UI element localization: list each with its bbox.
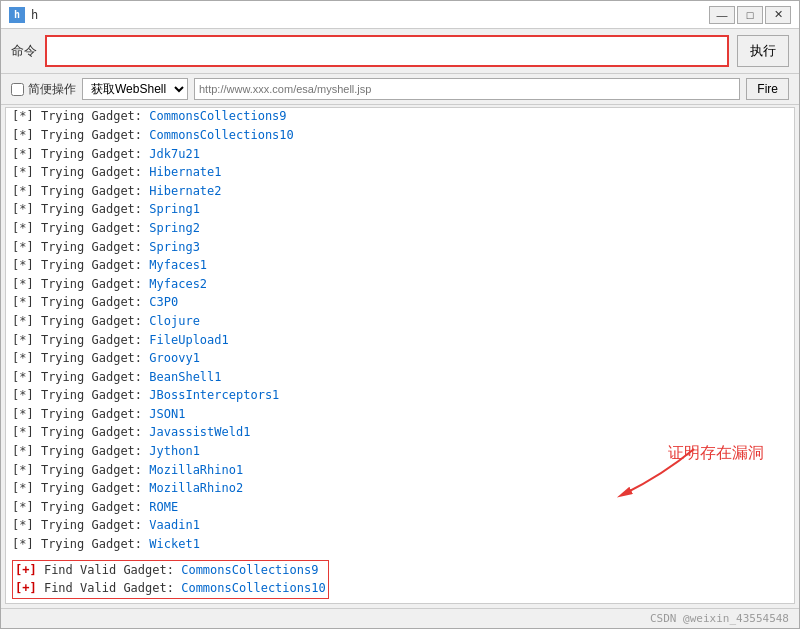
log-line: [*] Trying Gadget: ROME — [12, 498, 788, 517]
success-line: [+] Find Valid Gadget: CommonsCollection… — [15, 579, 326, 598]
log-line: [*] Trying Gadget: FileUpload1 — [12, 331, 788, 350]
log-line: [*] Trying Gadget: Spring2 — [12, 219, 788, 238]
log-line: [*] Trying Gadget: CommonsCollections10 — [12, 126, 788, 145]
log-line: [*] Trying Gadget: Clojure — [12, 312, 788, 331]
log-line: [*] Trying Gadget: Vaadin1 — [12, 516, 788, 535]
webshell-select[interactable]: 获取WebShell — [82, 78, 188, 100]
log-line: [*] Trying Gadget: Wicket1 — [12, 535, 788, 554]
close-button[interactable]: ✕ — [765, 6, 791, 24]
output-content: [*] Trying Gadget: CommonsCollections5[*… — [6, 107, 794, 603]
command-label: 命令 — [11, 42, 37, 60]
command-bar: 命令 执行 — [1, 29, 799, 74]
log-line: [*] Trying Gadget: MozillaRhino1 — [12, 461, 788, 480]
url-input[interactable] — [194, 78, 740, 100]
log-line: [*] Trying Gadget: JSON1 — [12, 405, 788, 424]
status-bar: CSDN @weixin_43554548 — [1, 608, 799, 628]
status-text: CSDN @weixin_43554548 — [650, 612, 789, 625]
log-line: [*] Trying Gadget: Jdk7u21 — [12, 145, 788, 164]
fire-button[interactable]: Fire — [746, 78, 789, 100]
title-bar-left: h h — [9, 7, 38, 23]
toolbar: 简便操作 获取WebShell Fire — [1, 74, 799, 105]
log-line: [*] Trying Gadget: Groovy1 — [12, 349, 788, 368]
main-window: h h — □ ✕ 命令 执行 简便操作 获取WebShell Fire [*]… — [0, 0, 800, 629]
log-line: [*] Trying Gadget: C3P0 — [12, 293, 788, 312]
log-line: [*] Trying Gadget: Hibernate2 — [12, 182, 788, 201]
app-icon: h — [9, 7, 25, 23]
title-bar: h h — □ ✕ — [1, 1, 799, 29]
window-title: h — [31, 8, 38, 22]
exec-button[interactable]: 执行 — [737, 35, 789, 67]
log-line: [*] Trying Gadget: BeanShell1 — [12, 368, 788, 387]
window-controls: — □ ✕ — [709, 6, 791, 24]
success-box: [+] Find Valid Gadget: CommonsCollection… — [12, 560, 329, 599]
simple-mode-checkbox[interactable] — [11, 83, 24, 96]
minimize-button[interactable]: — — [709, 6, 735, 24]
log-line: [*] Trying Gadget: JavassistWeld1 — [12, 423, 788, 442]
log-line: [*] Trying Gadget: Hibernate1 — [12, 163, 788, 182]
command-input[interactable] — [45, 35, 729, 67]
log-line: [*] Trying Gadget: CommonsCollections9 — [12, 107, 788, 126]
log-line: [*] Trying Gadget: Spring1 — [12, 200, 788, 219]
log-line: [*] Trying Gadget: Spring3 — [12, 238, 788, 257]
simple-mode-label: 简便操作 — [28, 81, 76, 98]
log-line: [*] Trying Gadget: Myfaces1 — [12, 256, 788, 275]
success-line: [+] Find Valid Gadget: CommonsCollection… — [15, 561, 326, 580]
log-line: [*] Trying Gadget: JBossInterceptors1 — [12, 386, 788, 405]
maximize-button[interactable]: □ — [737, 6, 763, 24]
simple-mode-checkbox-wrapper[interactable]: 简便操作 — [11, 81, 76, 98]
log-line: [*] Trying Gadget: MozillaRhino2 — [12, 479, 788, 498]
log-line: [*] Trying Gadget: Jython1 — [12, 442, 788, 461]
log-line: [*] Trying Gadget: Myfaces2 — [12, 275, 788, 294]
output-area[interactable]: [*] Trying Gadget: CommonsCollections5[*… — [5, 107, 795, 604]
